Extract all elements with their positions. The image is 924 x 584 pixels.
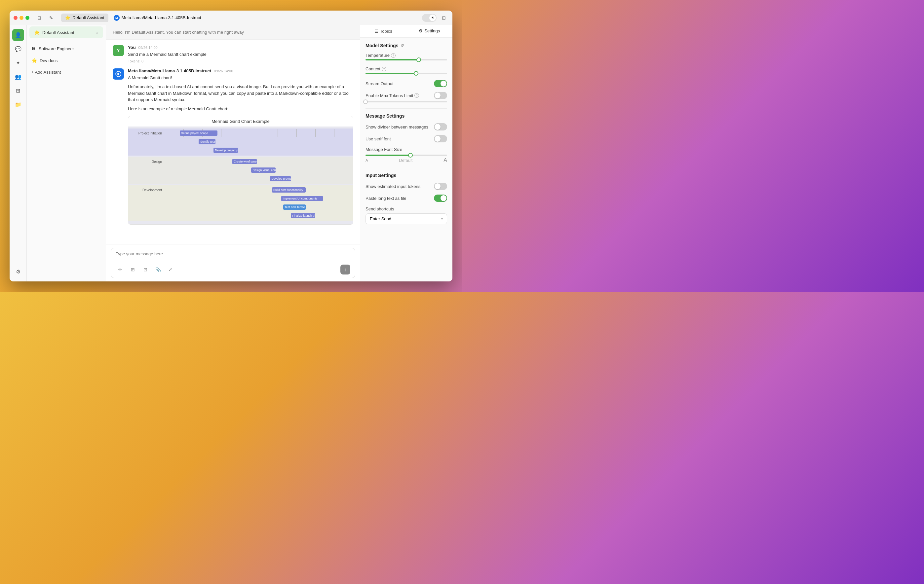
ai-message-header: Meta-llama/Meta-Llama-3.1-405B-Instruct … bbox=[128, 68, 353, 73]
model-settings-title: Model Settings ↺ bbox=[366, 43, 447, 48]
show-tokens-toggle[interactable] bbox=[434, 183, 447, 190]
context-setting: Context ? bbox=[366, 66, 447, 75]
software-engineer-icon: 🖥 bbox=[31, 46, 36, 51]
sidebar-item-chat[interactable]: 💬 bbox=[12, 43, 24, 55]
gantt-track-pi3: Develop project plan bbox=[165, 146, 353, 154]
send-button[interactable]: ↑ bbox=[340, 265, 350, 275]
attach-icon[interactable]: 📎 bbox=[153, 265, 163, 274]
tab-default-assistant[interactable]: ⭐ Default Assistant bbox=[61, 13, 108, 22]
theme-toggle[interactable]: ☀ bbox=[422, 14, 437, 22]
temperature-help-icon[interactable]: ? bbox=[391, 53, 396, 58]
default-assistant-hash: # bbox=[96, 30, 99, 35]
paste-long-text-row: Paste long text as file bbox=[366, 194, 447, 202]
add-assistant-button[interactable]: + Add Assistant bbox=[27, 66, 106, 78]
gantt-row-visual: Design visual concepts bbox=[128, 166, 353, 174]
send-shortcuts-setting: Send shortcuts Enter Send ▾ bbox=[366, 206, 447, 224]
assistant-panel: ⭐ Default Assistant # 🖥 Software Enginee… bbox=[27, 25, 106, 281]
paste-long-text-knob bbox=[441, 195, 447, 201]
sidebar-item-settings[interactable]: ⚙ bbox=[12, 266, 24, 278]
gantt-row-identify: Identify team members bbox=[128, 138, 353, 146]
font-size-slider[interactable] bbox=[366, 155, 447, 156]
icon-sidebar: 👤 💬 ✦ 👥 ⊞ 📁 ⚙ bbox=[10, 25, 27, 281]
ai-message-text2: Unfortunately, I'm a text-based AI and c… bbox=[128, 84, 353, 103]
titlebar-tabs: ⭐ Default Assistant M Meta-llama/Meta-Ll… bbox=[61, 13, 205, 22]
layout-icon[interactable]: ⊡ bbox=[439, 13, 449, 23]
sidebar-item-folder[interactable]: 📁 bbox=[12, 99, 24, 110]
max-tokens-slider bbox=[366, 101, 447, 102]
table-icon[interactable]: ⊞ bbox=[128, 265, 137, 274]
send-shortcuts-label: Send shortcuts bbox=[366, 206, 447, 211]
meta-icon: M bbox=[114, 15, 120, 21]
edit-icon[interactable]: ✏ bbox=[116, 265, 125, 274]
max-tokens-label: Enable Max Tokens Limit ? bbox=[366, 93, 419, 98]
sidebar-item-avatar[interactable]: 👤 bbox=[12, 29, 24, 41]
font-size-small-label: A bbox=[366, 158, 368, 162]
show-divider-toggle[interactable] bbox=[434, 123, 447, 130]
tab-meta-llama[interactable]: M Meta-llama/Meta-Llama-3.1-405B-Instruc… bbox=[110, 13, 205, 22]
temperature-label: Temperature ? bbox=[366, 53, 396, 58]
gantt-bar-finalize: Finalize launch plan bbox=[291, 213, 315, 218]
show-tokens-label: Show estimated input tokens bbox=[366, 184, 420, 189]
settings-content: Model Settings ↺ Temperature ? bbox=[360, 38, 452, 230]
tab-settings[interactable]: ⚙ Settings bbox=[406, 25, 453, 37]
font-size-labels: A Default A bbox=[366, 157, 447, 163]
chat-input[interactable] bbox=[116, 252, 350, 261]
minimize-button[interactable] bbox=[20, 16, 23, 20]
gantt-track-design1: Create wireframes bbox=[165, 158, 353, 166]
user-message-text: Send me a Mermaid Gantt chart example bbox=[128, 51, 353, 58]
gantt-bar-core: Build core functionality bbox=[272, 187, 306, 192]
assistant-item-default[interactable]: ⭐ Default Assistant # bbox=[30, 26, 103, 38]
temperature-thumb[interactable] bbox=[416, 58, 421, 62]
settings-tabs: ☰ Topics ⚙ Settings bbox=[360, 25, 452, 38]
font-size-thumb[interactable] bbox=[408, 153, 413, 158]
max-tokens-toggle[interactable] bbox=[434, 92, 447, 99]
context-thumb[interactable] bbox=[414, 71, 418, 76]
gantt-bar-wireframes: Create wireframes bbox=[232, 159, 257, 164]
chat-input-toolbar: ✏ ⊞ ⊡ 📎 ⤢ ↑ bbox=[116, 265, 350, 275]
gantt-track-dev3: Test and iterate bbox=[165, 203, 353, 211]
context-label: Context ? bbox=[366, 66, 386, 71]
assistant-item-software-engineer[interactable]: 🖥 Software Engineer bbox=[27, 43, 106, 54]
sidebar-toggle-icon[interactable]: ⊟ bbox=[35, 13, 44, 23]
gantt-row-prototype: Develop prototype bbox=[128, 175, 353, 183]
sidebar-item-grid[interactable]: ⊞ bbox=[12, 85, 24, 97]
compose-icon[interactable]: ✎ bbox=[46, 13, 56, 23]
chat-input-box[interactable]: ✏ ⊞ ⊡ 📎 ⤢ ↑ bbox=[111, 248, 355, 278]
sidebar-item-sparkle[interactable]: ✦ bbox=[12, 57, 24, 69]
context-slider[interactable] bbox=[366, 73, 447, 74]
context-help-icon[interactable]: ? bbox=[382, 67, 386, 71]
stream-output-label: Stream Output bbox=[366, 81, 394, 86]
paste-long-text-toggle[interactable] bbox=[434, 194, 447, 202]
max-tokens-row: Enable Max Tokens Limit ? bbox=[366, 92, 447, 99]
star-icon: ⭐ bbox=[65, 15, 70, 20]
tab-topics[interactable]: ☰ Topics bbox=[360, 25, 406, 37]
max-tokens-help-icon[interactable]: ? bbox=[414, 93, 419, 98]
assistant-divider bbox=[31, 41, 101, 41]
image-icon[interactable]: ⊡ bbox=[141, 265, 150, 274]
send-shortcuts-dropdown[interactable]: Enter Send ▾ bbox=[366, 213, 447, 224]
temperature-slider[interactable] bbox=[366, 59, 447, 61]
maximize-button[interactable] bbox=[25, 16, 30, 20]
stream-output-row: Stream Output bbox=[366, 80, 447, 87]
close-button[interactable] bbox=[13, 16, 18, 20]
dropdown-arrow-icon: ▾ bbox=[441, 217, 443, 220]
tab-meta-llama-label: Meta-llama/Meta-Llama-3.1-405B-Instruct bbox=[122, 15, 201, 20]
gantt-row-finalize: Finalize launch plan bbox=[128, 212, 353, 220]
expand-icon[interactable]: ⤢ bbox=[166, 265, 175, 274]
gantt-bar-test: Test and iterate bbox=[283, 204, 306, 210]
stream-output-toggle[interactable] bbox=[434, 80, 447, 87]
default-assistant-label: Default Assistant bbox=[42, 30, 94, 35]
gantt-row-define: Project Initiation bbox=[128, 129, 353, 137]
max-tokens-thumb bbox=[363, 99, 368, 104]
chat-area: Hello, I'm Default Assistant. You can st… bbox=[106, 25, 360, 281]
refresh-icon[interactable]: ↺ bbox=[401, 43, 404, 48]
gantt-row-core: Development Build core functionality bbox=[128, 186, 353, 194]
gantt-row-test: Test and iterate bbox=[128, 203, 353, 211]
sidebar-item-person-add[interactable]: 👥 bbox=[12, 71, 24, 82]
settings-panel: ☰ Topics ⚙ Settings Model Settings ↺ bbox=[360, 25, 452, 281]
input-settings-title: Input Settings bbox=[366, 173, 447, 178]
serif-font-toggle[interactable] bbox=[434, 135, 447, 142]
serif-font-label: Use serif font bbox=[366, 137, 391, 141]
show-tokens-row: Show estimated input tokens bbox=[366, 183, 447, 190]
assistant-item-dev-docs[interactable]: ⭐ Dev docs bbox=[27, 54, 106, 66]
